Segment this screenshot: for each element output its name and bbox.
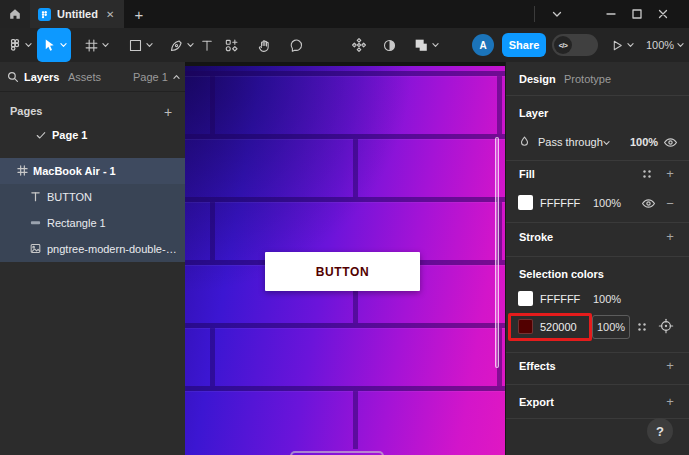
main-menu-button[interactable] <box>4 28 36 62</box>
zoom-menu[interactable]: 100% <box>644 28 686 62</box>
actions-tool-button[interactable] <box>347 28 371 62</box>
fill-color-swatch[interactable] <box>518 195 533 210</box>
layer-section-title: Layer <box>519 107 548 119</box>
tab-layers[interactable]: Layers <box>24 71 59 83</box>
export-section-title: Export <box>519 396 554 408</box>
chevron-down-icon <box>677 42 684 48</box>
window-close-icon[interactable] <box>650 0 676 28</box>
resources-tool-button[interactable] <box>219 28 243 62</box>
canvas-horizontal-scrollbar[interactable] <box>290 451 384 455</box>
layer-row-rectangle[interactable]: Rectangle 1 <box>0 210 185 236</box>
eye-icon[interactable] <box>641 198 656 209</box>
effects-section-title: Effects <box>519 360 556 372</box>
pen-icon <box>169 38 184 53</box>
eye-icon[interactable] <box>663 137 678 148</box>
diamond-grid-icon <box>351 37 367 53</box>
share-button[interactable]: Share <box>502 33 546 57</box>
section-divider <box>506 256 689 257</box>
page-list-item[interactable]: Page 1 <box>0 126 185 146</box>
home-button[interactable] <box>0 0 30 28</box>
add-effect-button[interactable]: + <box>662 357 678 373</box>
section-divider <box>506 222 689 223</box>
layer-opacity-input[interactable]: 100% <box>630 136 658 148</box>
pages-section-header: Pages + <box>0 102 185 122</box>
section-divider <box>506 352 689 353</box>
toolbar: A Share </> 100% <box>0 28 689 62</box>
boolean-tool-button[interactable] <box>407 28 445 62</box>
comment-tool-button[interactable] <box>284 28 308 62</box>
remove-fill-button[interactable]: − <box>662 195 678 211</box>
layer-name: Rectangle 1 <box>47 217 106 229</box>
play-icon <box>610 38 624 53</box>
page-selector[interactable]: Page 1 <box>133 71 180 83</box>
hand-tool-button[interactable] <box>252 28 276 62</box>
canvas-button-element[interactable]: BUTTON <box>265 252 420 291</box>
check-icon <box>36 131 46 140</box>
add-page-button[interactable]: + <box>158 102 178 122</box>
tab-design[interactable]: Design <box>519 73 556 85</box>
pen-tool-button[interactable] <box>163 28 199 62</box>
frame-tool-button[interactable] <box>78 28 114 62</box>
add-stroke-button[interactable]: + <box>662 228 678 244</box>
window-maximize-icon[interactable] <box>624 0 650 28</box>
styles-icon[interactable] <box>636 321 648 333</box>
brick-joint <box>353 391 358 449</box>
frame-layer-icon <box>17 165 28 176</box>
fill-hex-input[interactable]: FFFFFF <box>540 197 580 209</box>
fill-section-title: Fill <box>519 168 535 180</box>
styles-icon[interactable] <box>641 168 653 180</box>
layer-row-frame[interactable]: MacBook Air - 1 <box>0 158 185 184</box>
brick-joint <box>210 328 215 386</box>
window-minimize-icon[interactable] <box>598 0 624 28</box>
rectangle-icon <box>128 38 143 53</box>
layer-name: pngtree-modern-double-color... <box>47 243 177 255</box>
canvas[interactable]: BUTTON <box>185 62 505 455</box>
add-fill-button[interactable]: + <box>662 165 678 181</box>
document-tab[interactable]: Untitled ✕ <box>30 0 124 28</box>
chevron-down-icon <box>102 42 109 48</box>
canvas-vertical-scrollbar[interactable] <box>495 137 499 368</box>
selection-colors-title: Selection colors <box>519 268 604 280</box>
new-tab-button[interactable]: + <box>126 0 152 28</box>
selection-color-swatch-white[interactable] <box>518 291 533 306</box>
tab-assets[interactable]: Assets <box>68 71 101 83</box>
tab-prototype[interactable]: Prototype <box>564 73 611 85</box>
home-icon <box>8 7 22 21</box>
chevron-down-icon <box>603 140 610 146</box>
hand-icon <box>257 38 272 53</box>
move-tool-button[interactable] <box>37 28 71 62</box>
text-tool-button[interactable] <box>196 28 218 62</box>
layer-name: MacBook Air - 1 <box>33 165 116 177</box>
titlebar: Untitled ✕ + <box>0 0 689 28</box>
tab-list-chevron-icon[interactable] <box>544 0 570 28</box>
selection-color-hex-white[interactable]: FFFFFF <box>540 293 580 305</box>
dev-mode-icon: </> <box>554 36 572 54</box>
chevron-down-icon <box>627 42 634 48</box>
dev-mode-toggle[interactable]: </> <box>552 34 598 56</box>
blend-mode-select[interactable]: Pass through <box>538 136 603 148</box>
brick-joint <box>210 202 215 260</box>
target-picker-icon[interactable] <box>658 318 674 334</box>
frame-icon <box>84 38 99 53</box>
brick-joint <box>353 139 358 197</box>
add-export-button[interactable]: + <box>662 393 678 409</box>
layer-name: BUTTON <box>47 191 92 203</box>
annotation-highlight-box <box>508 313 592 341</box>
layer-row-text[interactable]: BUTTON <box>0 184 185 210</box>
layer-row-image[interactable]: pngtree-modern-double-color... <box>0 236 185 262</box>
selection-color-opacity-red[interactable]: 100% <box>592 315 630 339</box>
fill-opacity-input[interactable]: 100% <box>593 197 621 209</box>
shape-tool-button[interactable] <box>122 28 158 62</box>
mask-tool-button[interactable] <box>377 28 401 62</box>
figma-logo-icon <box>8 38 22 52</box>
chevron-up-icon <box>173 74 180 80</box>
titlebar-divider <box>534 6 535 22</box>
avatar[interactable]: A <box>472 34 494 56</box>
close-tab-icon[interactable]: ✕ <box>106 9 114 20</box>
search-icon[interactable] <box>7 71 19 83</box>
present-button[interactable] <box>604 28 640 62</box>
selection-color-opacity-white[interactable]: 100% <box>593 293 621 305</box>
brick-joint <box>497 76 502 134</box>
section-divider <box>506 384 689 385</box>
help-button[interactable]: ? <box>647 418 673 444</box>
